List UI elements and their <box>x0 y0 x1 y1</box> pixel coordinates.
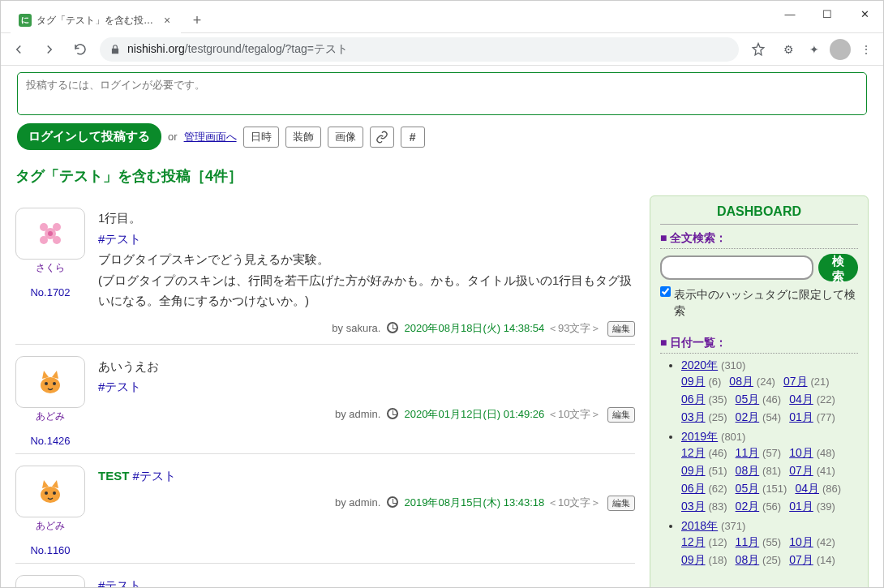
month-count: (46) <box>762 393 781 406</box>
decorate-button[interactable]: 装飾 <box>285 127 321 148</box>
post-avatar[interactable] <box>15 356 85 408</box>
post-author[interactable]: さくら <box>15 261 85 275</box>
month-count: (24) <box>757 376 775 388</box>
post-number[interactable]: No.1160 <box>15 544 85 556</box>
window-titlebar: に タグ「テスト」を含む投稿［4件］ - て × + — ☐ ✕ <box>1 1 883 33</box>
extension-puzzle-icon[interactable]: ✦ <box>804 39 825 60</box>
post-author[interactable]: あどみ <box>15 410 85 423</box>
admin-link[interactable]: 管理画面へ <box>184 130 237 144</box>
year-link[interactable]: 2018年 <box>681 519 718 532</box>
clock-icon <box>387 322 398 333</box>
month-link[interactable]: 09月 <box>681 553 706 566</box>
post-meta: by admin. 2020年01月12日(日) 01:49:26 ＜10文字＞… <box>98 406 635 423</box>
post-avatar[interactable] <box>15 575 85 587</box>
month-link[interactable]: 10月 <box>789 535 813 548</box>
month-count: (51) <box>708 465 727 477</box>
post-title: 1行目。 <box>98 208 635 229</box>
menu-icon[interactable]: ⋮ <box>856 39 877 60</box>
month-count: (62) <box>708 483 727 495</box>
month-link[interactable]: 11月 <box>736 446 760 459</box>
month-link[interactable]: 08月 <box>729 375 753 388</box>
image-button[interactable]: 画像 <box>328 127 363 148</box>
month-count: (25) <box>762 554 781 566</box>
month-count: (46) <box>708 447 727 459</box>
checkbox-label: 表示中のハッシュタグに限定して検索 <box>674 286 858 320</box>
extension-icon[interactable]: ⚙ <box>778 39 799 60</box>
datetime-button[interactable]: 日時 <box>243 127 279 148</box>
post-author[interactable]: あどみ <box>15 519 85 533</box>
month-link[interactable]: 06月 <box>681 393 706 406</box>
month-link[interactable]: 07月 <box>789 553 813 566</box>
search-input[interactable] <box>660 255 813 280</box>
month-count: (42) <box>817 536 835 548</box>
login-post-button[interactable]: ログインして投稿する <box>17 123 161 150</box>
year-link[interactable]: 2019年 <box>681 430 718 443</box>
post-tag[interactable]: #テスト <box>98 232 141 246</box>
clock-icon <box>387 408 398 419</box>
month-link[interactable]: 01月 <box>789 410 813 423</box>
post-avatar[interactable] <box>15 466 85 517</box>
month-link[interactable]: 07月 <box>783 375 808 388</box>
url-box[interactable]: nishishi.org/testground/tegalog/?tag=テスト <box>100 37 739 62</box>
svg-point-4 <box>40 236 48 244</box>
post-content: 1行目。#テストブログタイプスキンでどう見えるか実験。(ブログタイプのスキンは、… <box>98 208 635 337</box>
month-link[interactable]: 12月 <box>681 446 706 459</box>
month-link[interactable]: 08月 <box>736 553 760 566</box>
limit-hashtag-checkbox[interactable] <box>660 286 671 297</box>
month-link[interactable]: 03月 <box>681 410 706 423</box>
window-close[interactable]: ✕ <box>846 1 883 27</box>
month-count: (83) <box>708 500 727 513</box>
close-icon[interactable]: × <box>161 15 173 26</box>
link-icon[interactable] <box>370 127 394 148</box>
month-link[interactable]: 10月 <box>789 446 813 459</box>
browser-tab[interactable]: に タグ「テスト」を含む投稿［4件］ - て × <box>11 7 181 33</box>
post-title: あいうえお <box>98 356 635 377</box>
posts-list: さくらNo.17021行目。#テストブログタイプスキンでどう見えるか実験。(ブロ… <box>15 195 635 587</box>
month-link[interactable]: 08月 <box>736 464 760 477</box>
url-domain: nishishi.org <box>127 42 185 55</box>
month-count: (81) <box>762 465 781 477</box>
month-link[interactable]: 06月 <box>681 482 706 495</box>
month-count: (77) <box>817 411 835 423</box>
svg-point-3 <box>53 223 61 231</box>
month-link[interactable]: 07月 <box>789 464 813 477</box>
hashtag-button[interactable]: # <box>401 127 425 148</box>
month-link[interactable]: 02月 <box>736 410 760 423</box>
star-icon[interactable] <box>747 38 770 61</box>
month-link[interactable]: 04月 <box>795 482 819 495</box>
post-tag[interactable]: #テスト <box>133 469 176 483</box>
post-tag[interactable]: #テスト <box>98 380 141 393</box>
compose-textarea[interactable] <box>18 73 866 112</box>
month-link[interactable]: 01月 <box>789 500 813 513</box>
post-number[interactable]: No.1426 <box>15 435 85 447</box>
edit-button[interactable]: 編集 <box>607 407 635 423</box>
month-link[interactable]: 09月 <box>681 375 706 388</box>
month-link[interactable]: 02月 <box>736 500 760 513</box>
month-link[interactable]: 04月 <box>789 393 813 406</box>
month-link[interactable]: 05月 <box>736 393 760 406</box>
post-content: あいうえお#テストby admin. 2020年01月12日(日) 01:49:… <box>98 356 635 447</box>
edit-button[interactable]: 編集 <box>607 496 635 511</box>
post-tag[interactable]: #テスト <box>98 578 141 587</box>
window-minimize[interactable]: — <box>771 1 809 27</box>
month-link[interactable]: 03月 <box>681 500 706 513</box>
reload-button[interactable] <box>69 38 92 61</box>
month-link[interactable]: 09月 <box>681 464 706 477</box>
back-button[interactable] <box>7 38 30 61</box>
or-text: or <box>168 131 178 143</box>
forward-button[interactable] <box>38 38 61 61</box>
newtab-button[interactable]: + <box>186 9 208 32</box>
post-avatar[interactable] <box>15 208 85 260</box>
post: あどみNo.1426あいうえお#テストby admin. 2020年01月12日… <box>15 344 635 453</box>
year-link[interactable]: 2020年 <box>681 358 718 371</box>
month-count: (39) <box>817 500 835 513</box>
window-maximize[interactable]: ☐ <box>809 1 846 27</box>
month-link[interactable]: 11月 <box>736 535 760 548</box>
dashboard-title: DASHBOARD <box>660 204 858 225</box>
month-link[interactable]: 05月 <box>736 482 760 495</box>
month-link[interactable]: 12月 <box>681 535 706 548</box>
edit-button[interactable]: 編集 <box>607 321 635 337</box>
post-number[interactable]: No.1702 <box>15 286 85 298</box>
search-button[interactable]: 検索 <box>818 254 858 281</box>
profile-avatar[interactable] <box>830 39 851 60</box>
